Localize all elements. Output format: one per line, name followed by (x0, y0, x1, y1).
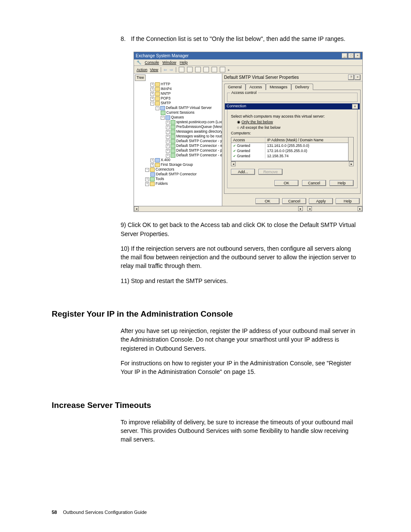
props-cancel-button[interactable]: Cancel (282, 198, 306, 204)
scrollbar-h[interactable]: ◂▸ (231, 161, 354, 166)
toolbar-view[interactable]: View (150, 68, 158, 72)
tab-messages[interactable]: Messages (266, 84, 291, 90)
scrollbar-v[interactable] (348, 137, 353, 161)
mmc-title: Exchange System Manager (136, 53, 189, 58)
step-11: 11) Stop and restart the SMTP services. (121, 277, 359, 285)
step-9: 9) Click OK to get back to the Access ta… (121, 221, 359, 238)
th-ip[interactable]: IP Address (Mask) / Domain Name (265, 137, 353, 143)
properties-dialog-buttons: OK Cancel Apply Help (222, 196, 362, 206)
register-ip-p1: After you have set up reinjection, regis… (121, 327, 359, 353)
mmc-titlebar: Exchange System Manager _□× (134, 52, 362, 59)
remove-button: Remove (258, 169, 283, 175)
computers-label: Computers: (231, 131, 354, 135)
menu-console[interactable]: Console (145, 60, 159, 65)
tb-icon[interactable] (179, 67, 184, 72)
tree-tab[interactable]: Tree (135, 75, 146, 81)
table-row[interactable]: ✔Granted131.161.0.0 (255.255.0.0) (231, 143, 353, 148)
table-row[interactable]: ✔Granted12.158.35.74 (231, 153, 353, 159)
tree-default-smtp-vs[interactable]: Default SMTP Virtual Server (166, 106, 212, 110)
mmc-toolbar: Action View ⇦ ⇨ ▸ (134, 66, 362, 74)
tb-icon[interactable] (195, 67, 201, 72)
tb-icon[interactable] (220, 67, 225, 72)
table-row[interactable]: ✔Granted172.16.0.0 (255.255.0.0) (231, 148, 353, 153)
tb-icon[interactable] (187, 67, 193, 72)
properties-dialog-titlebar: Default SMTP Virtual Server Properties ?… (222, 74, 362, 81)
footer-title: Outbound Services Configuration Guide (63, 510, 146, 515)
mmc-menubar: 🔧 Console Window Help (134, 59, 362, 66)
props-ok-button[interactable]: OK (255, 198, 280, 204)
dlg-close-icon[interactable]: × (355, 75, 361, 80)
conn-ok-button[interactable]: OK (274, 180, 299, 186)
dlg-help-icon[interactable]: ? (348, 75, 354, 80)
th-access[interactable]: Access (231, 137, 265, 143)
properties-title: Default SMTP Virtual Server Properties (224, 75, 299, 80)
tab-delivery[interactable]: Delivery (291, 84, 313, 90)
toolbar-action[interactable]: Action (137, 68, 147, 72)
heading-register-ip: Register Your IP in the Administration C… (52, 309, 359, 319)
properties-pane: Default SMTP Virtual Server Properties ?… (222, 74, 362, 206)
step-10: 10) If the reinjection servers are not o… (121, 244, 359, 271)
page-number: 58 (52, 510, 57, 515)
computers-table[interactable]: Access IP Address (Mask) / Domain Name ✔… (231, 137, 354, 161)
props-help-button[interactable]: Help (336, 198, 360, 204)
window-controls[interactable]: _□× (342, 53, 361, 59)
menu-window[interactable]: Window (162, 60, 176, 65)
group-access-control: Access control (230, 90, 258, 95)
register-ip-p2: For instructions on how to register your… (121, 359, 359, 376)
step-8-text: If the Connection list is set to "Only t… (131, 35, 346, 42)
screenshot-exchange-manager: Exchange System Manager _□× 🔧 Console Wi… (134, 52, 363, 212)
connection-prompt: Select which computers may access this v… (231, 114, 354, 118)
conn-cancel-button[interactable]: Cancel (302, 180, 326, 186)
props-apply-button[interactable]: Apply (309, 198, 333, 204)
conn-help-button[interactable]: Help (330, 180, 354, 186)
heading-increase-timeouts: Increase Server Timeouts (52, 401, 359, 410)
step-8-num: 8. (121, 34, 131, 43)
add-button[interactable]: Add... (231, 169, 255, 175)
timeouts-p1: To improve reliability of delivery, be s… (121, 418, 359, 444)
connection-title: Connection (227, 104, 246, 109)
properties-tabs: General Access Messages Delivery (224, 83, 361, 90)
tb-icon[interactable] (212, 67, 217, 72)
connection-close-icon[interactable]: × (352, 104, 358, 109)
menu-help[interactable]: Help (180, 60, 188, 65)
tree-pane[interactable]: Tree +HTTP +IMAP4 +NNTP +POP3 −SMTP −Def… (134, 74, 222, 206)
step-8: 8.If the Connection list is set to "Only… (121, 34, 359, 43)
tab-access[interactable]: Access (246, 84, 266, 90)
tab-general[interactable]: General (224, 84, 246, 90)
radio-all-except[interactable]: ○ All except the list below (237, 125, 354, 130)
connection-dialog-titlebar: Connection × (225, 103, 360, 109)
tb-icon[interactable] (203, 67, 209, 72)
radio-only-list[interactable]: ◉ Only the list below (237, 120, 354, 124)
page-footer: 58Outbound Services Configuration Guide (52, 510, 147, 515)
mmc-scrollbars[interactable]: ◂▸ ◂▸ (134, 206, 362, 212)
